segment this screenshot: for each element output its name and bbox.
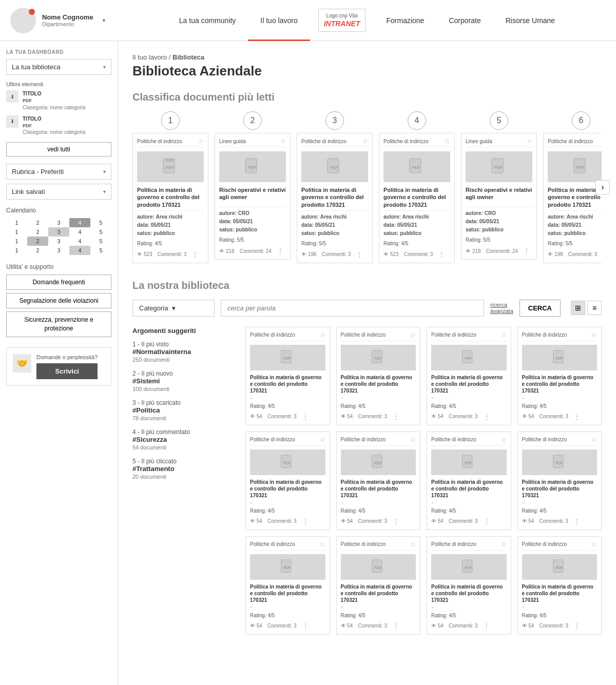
- violation-button[interactable]: Segnalazione delle violazioni: [6, 293, 111, 308]
- star-icon-g8[interactable]: ☆: [591, 436, 597, 443]
- grid-card-2-4[interactable]: Politiche di indirizzo ☆ PDF Politic: [517, 432, 602, 530]
- doc-card-4[interactable]: Politiche di indirizzo ☆ PDF Politica in…: [379, 133, 455, 263]
- grid-card-1-4[interactable]: Politiche di indirizzo ☆ PDF Politic: [517, 327, 602, 425]
- doc-card-5[interactable]: Linee guida ☆ PDF Rischi operativi e rel…: [461, 133, 537, 260]
- more-g2-4[interactable]: ⋮: [573, 517, 581, 525]
- svg-text:PDF: PDF: [283, 356, 291, 360]
- star-icon-g5[interactable]: ☆: [320, 436, 325, 443]
- more-g2-3[interactable]: ⋮: [483, 517, 490, 525]
- calendar-section: Calendario 1 2 3 4 5 1 2 3: [6, 207, 111, 255]
- topic-5[interactable]: 5 - Il più cliccato #Trattamento 20 docu…: [132, 458, 235, 480]
- star-icon-g10[interactable]: ☆: [410, 541, 416, 548]
- topic-2[interactable]: 2 - Il più nuovo #Sistemi 100 documenti: [132, 370, 235, 392]
- more-g1-3[interactable]: ⋮: [483, 413, 490, 421]
- recent-item-2: ⬇ TITOLO PDF Clasegoria: nome categoria: [6, 115, 111, 136]
- ranked-card-1: 1 Politiche di indirizzo ☆ PDF: [132, 111, 208, 263]
- nav-item-formazione[interactable]: Formazione: [374, 0, 436, 41]
- card-category-5: Linee guida ☆: [466, 138, 532, 147]
- svg-text:PDF: PDF: [555, 565, 563, 569]
- star-icon-1[interactable]: ☆: [198, 138, 204, 145]
- vedi-tutti-button[interactable]: vedi tutti: [6, 142, 111, 156]
- rubrica-dropdown[interactable]: Rubrica - Preferiti ▾: [6, 164, 111, 180]
- star-icon-4[interactable]: ☆: [445, 138, 450, 145]
- nav-item-community[interactable]: La tua community: [167, 0, 248, 41]
- more-g2-1[interactable]: ⋮: [302, 517, 309, 525]
- more-g3-3[interactable]: ⋮: [483, 622, 490, 630]
- faq-button[interactable]: Domande frequenti: [6, 275, 111, 290]
- grid-view-button[interactable]: ⊞: [571, 301, 585, 315]
- star-icon-2[interactable]: ☆: [280, 138, 286, 145]
- card-more-3[interactable]: ⋮: [356, 250, 363, 259]
- advanced-search-link[interactable]: ricercaavanzata: [490, 302, 513, 314]
- ranked-card-3: 3 Politiche di indirizzo ☆ PDF: [297, 111, 373, 263]
- calendar-title: Calendario: [6, 207, 111, 214]
- more-g1-1[interactable]: ⋮: [302, 413, 309, 421]
- carousel-next-button[interactable]: ›: [595, 180, 610, 194]
- star-icon-g9[interactable]: ☆: [320, 541, 325, 548]
- search-input[interactable]: [221, 300, 484, 317]
- nav-item-lavoro[interactable]: Il tuo lavoro: [248, 0, 310, 41]
- grid-row-2: Politiche di indirizzo ☆ PDF Politic: [245, 432, 602, 530]
- doc-card-3[interactable]: Politiche di indirizzo ☆ PDF Politica in…: [297, 133, 373, 263]
- star-icon-g6[interactable]: ☆: [410, 436, 416, 443]
- nav-item-risorse[interactable]: Risorse Umane: [493, 0, 567, 41]
- user-name: Nome Cognome: [42, 13, 93, 21]
- grid-card-2-2[interactable]: Politiche di indirizzo ☆ PDF Politic: [336, 432, 421, 530]
- grid-card-3-4[interactable]: Politiche di indirizzo ☆ PDF Politic: [517, 536, 602, 635]
- card-more-1[interactable]: ⋮: [191, 250, 199, 259]
- link-dropdown[interactable]: Link salvati ▾: [6, 184, 111, 200]
- utilities-section: Utilita' e supporto Domande frequenti Se…: [6, 263, 111, 340]
- grid-card-1-3[interactable]: Politiche di indirizzo ☆ PDF Politic: [427, 327, 511, 425]
- grid-card-1-2[interactable]: Politiche di indirizzo ☆ PDF Politic: [336, 327, 421, 425]
- nav-logo-box[interactable]: Logo cnp Vita INTRANET: [310, 0, 374, 41]
- grid-card-3-1[interactable]: Politiche di indirizzo ☆ PDF Politic: [245, 536, 330, 635]
- doc-grid: Politiche di indirizzo ☆ PDF Politic: [245, 327, 602, 641]
- more-g3-1[interactable]: ⋮: [302, 622, 309, 630]
- security-button[interactable]: Sicurezza, prevenzione e protezione: [6, 311, 111, 337]
- doc-card-2[interactable]: Linee guida ☆ PDF Rischi operativi e rel…: [215, 133, 291, 260]
- grid-card-3-3[interactable]: Politiche di indirizzo ☆ PDF Politic: [427, 536, 511, 635]
- grid-card-1-1[interactable]: Politiche di indirizzo ☆ PDF Politic: [245, 327, 330, 425]
- card-more-4[interactable]: ⋮: [438, 250, 445, 259]
- card-more-2[interactable]: ⋮: [277, 247, 284, 255]
- star-icon-g7[interactable]: ☆: [501, 436, 507, 443]
- more-g3-2[interactable]: ⋮: [392, 622, 399, 630]
- star-icon-g4[interactable]: ☆: [591, 331, 597, 339]
- rank-3: 3: [325, 111, 344, 130]
- search-button[interactable]: CERCA: [519, 300, 561, 317]
- card-more-5[interactable]: ⋮: [523, 247, 530, 255]
- star-icon-g1[interactable]: ☆: [320, 331, 325, 339]
- doc-card-1[interactable]: Politiche di indirizzo ☆ PDF Politi: [132, 133, 208, 263]
- library-dropdown[interactable]: La tua biblioteca ▾: [6, 59, 111, 75]
- category-dropdown[interactable]: Categoria ▾: [132, 300, 215, 317]
- grid-card-3-2[interactable]: Politiche di indirizzo ☆ PDF Politic: [336, 536, 421, 635]
- grid-card-2-1[interactable]: Politiche di indirizzo ☆ PDF Politic: [245, 432, 330, 530]
- star-icon-g2[interactable]: ☆: [410, 331, 416, 339]
- doc-card-6[interactable]: Politiche di indirizzo ☆ PDF Politica in…: [543, 133, 602, 263]
- star-icon-g3[interactable]: ☆: [501, 331, 507, 339]
- topic-1[interactable]: 1 - Il più visto #Normativainterna 250 d…: [132, 341, 235, 363]
- topic-3[interactable]: 3 - Il più scaricato #Politica 78 docume…: [132, 399, 235, 421]
- grid-card-2-3[interactable]: Politiche di indirizzo ☆ PDF Politic: [427, 432, 511, 530]
- more-g1-4[interactable]: ⋮: [573, 413, 581, 421]
- recent-type-2: PDF: [23, 123, 85, 129]
- more-g1-2[interactable]: ⋮: [392, 413, 399, 421]
- star-icon-5[interactable]: ☆: [527, 138, 532, 145]
- star-icon-g11[interactable]: ☆: [501, 541, 507, 548]
- topic-4[interactable]: 4 - Il più commentato #Sicurezza 54 docu…: [132, 428, 235, 451]
- user-chevron-icon[interactable]: ▾: [103, 17, 105, 23]
- star-icon-3[interactable]: ☆: [362, 138, 368, 145]
- user-profile-area[interactable]: Nome Cognome Dipartimento ▾: [10, 8, 128, 33]
- breadcrumb: Il tuo lavoro / Biblioteca: [132, 53, 602, 61]
- list-view-button[interactable]: ≡: [587, 301, 602, 315]
- nav-item-corporate[interactable]: Corporate: [436, 0, 493, 41]
- more-g2-2[interactable]: ⋮: [392, 517, 399, 525]
- suggested-topics: Argomenti suggeriti 1 - Il più visto #No…: [132, 327, 235, 641]
- svg-text:PDF: PDF: [465, 356, 472, 360]
- more-g3-4[interactable]: ⋮: [573, 622, 581, 630]
- card-thumb-4: PDF: [383, 151, 450, 182]
- user-info: Nome Cognome Dipartimento: [42, 13, 93, 27]
- star-icon-g12[interactable]: ☆: [591, 541, 597, 548]
- scrivici-button[interactable]: Scrivici: [36, 363, 98, 379]
- card-category-6: Politiche di indirizzo ☆: [548, 138, 602, 147]
